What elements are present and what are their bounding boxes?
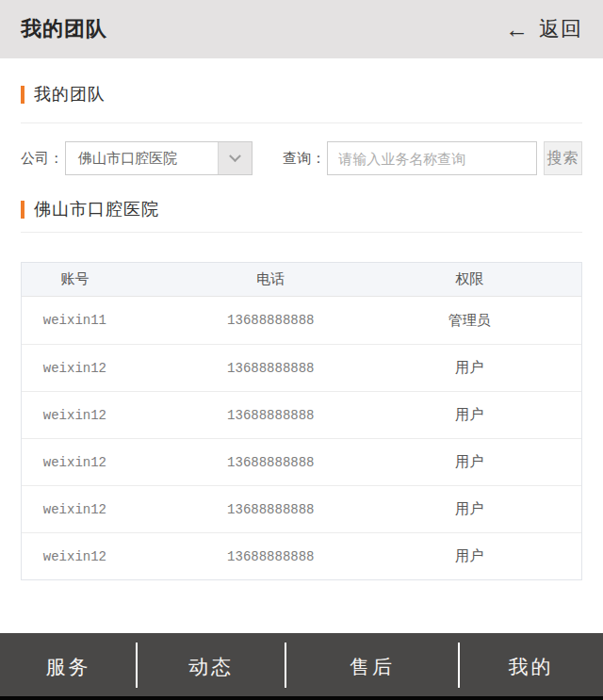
phone-cell: 13688888888	[128, 361, 414, 376]
phone-cell: 13688888888	[128, 455, 414, 470]
main-content: 我的团队 公司： 佛山市口腔医院 查询： 搜索 佛山市口腔医院 账号 电话 权限…	[0, 83, 603, 580]
query-label: 查询：	[283, 150, 325, 168]
table-row: weixin11 13688888888 管理员	[22, 297, 581, 344]
team-table: 账号 电话 权限 weixin11 13688888888 管理员 weixin…	[21, 262, 582, 580]
role-cell: 用户	[414, 500, 526, 518]
role-cell: 用户	[414, 359, 526, 377]
page-title: 我的团队	[21, 15, 107, 43]
tab-aftersales[interactable]: 售后	[285, 633, 459, 700]
bottom-tabbar: 服务 动态 售后 我的	[0, 633, 603, 700]
filter-row: 公司： 佛山市口腔医院 查询： 搜索	[21, 141, 582, 175]
select-arrow-box	[218, 142, 252, 174]
section-title-text: 我的团队	[34, 83, 106, 106]
table-row: weixin12 13688888888 用户	[22, 344, 581, 391]
chevron-down-icon	[229, 150, 241, 162]
company-select-value: 佛山市口腔医院	[66, 150, 177, 168]
account-cell: weixin12	[22, 408, 128, 423]
role-cell: 用户	[414, 547, 526, 565]
role-cell: 用户	[414, 453, 526, 471]
page: { "header": { "title": "我的团队", "back_ico…	[0, 0, 603, 700]
table-row: weixin12 13688888888 用户	[22, 532, 581, 579]
account-cell: weixin12	[22, 502, 128, 517]
back-arrow-icon: ←	[505, 18, 529, 41]
tab-mine[interactable]: 我的	[459, 633, 603, 700]
account-cell: weixin12	[22, 549, 128, 564]
company-label: 公司：	[21, 150, 63, 168]
accent-bar	[21, 86, 24, 104]
tab-services[interactable]: 服务	[0, 633, 137, 700]
role-cell: 用户	[414, 406, 526, 424]
section-divider	[21, 122, 582, 123]
accent-bar	[21, 201, 24, 219]
column-header-account: 账号	[22, 270, 128, 288]
column-header-role: 权限	[414, 270, 526, 288]
company-select[interactable]: 佛山市口腔医院	[65, 141, 253, 175]
role-cell: 管理员	[414, 312, 526, 330]
table-row: weixin12 13688888888 用户	[22, 391, 581, 438]
back-button[interactable]: ← 返回	[505, 15, 582, 43]
account-cell: weixin11	[22, 313, 128, 328]
section-title-company: 佛山市口腔医院	[21, 198, 582, 220]
phone-cell: 13688888888	[128, 408, 414, 423]
phone-cell: 13688888888	[128, 502, 414, 517]
phone-cell: 13688888888	[128, 549, 414, 564]
table-header-row: 账号 电话 权限	[22, 263, 581, 297]
account-cell: weixin12	[22, 455, 128, 470]
section-divider	[21, 232, 582, 233]
column-header-phone: 电话	[128, 270, 414, 288]
table-row: weixin12 13688888888 用户	[22, 485, 581, 532]
back-button-label: 返回	[539, 15, 582, 43]
section-title-my-team: 我的团队	[21, 83, 582, 106]
search-button[interactable]: 搜索	[544, 141, 582, 175]
account-cell: weixin12	[22, 361, 128, 376]
query-input[interactable]	[327, 141, 537, 175]
phone-cell: 13688888888	[128, 313, 414, 328]
topbar: 我的团队 ← 返回	[0, 0, 603, 58]
tab-updates[interactable]: 动态	[137, 633, 285, 700]
section-title-text: 佛山市口腔医院	[34, 198, 159, 220]
table-row: weixin12 13688888888 用户	[22, 438, 581, 485]
